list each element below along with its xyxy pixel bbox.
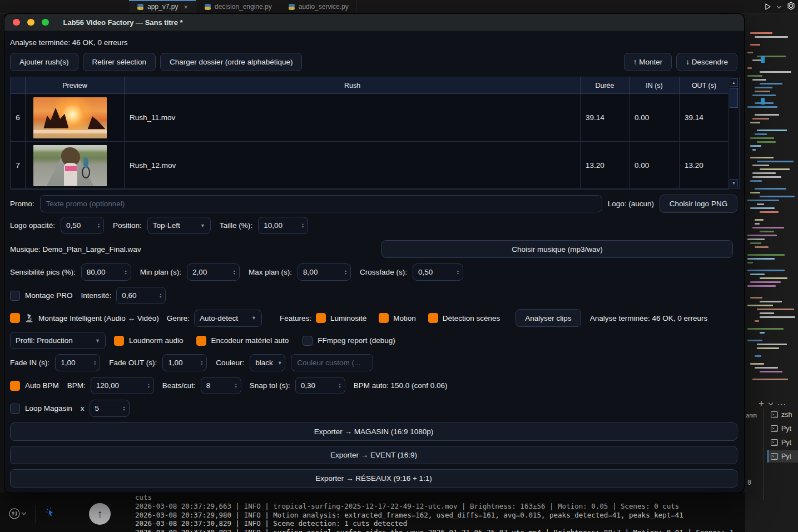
move-up-button[interactable]: ↑ Monter (624, 53, 672, 71)
more-actions-icon[interactable]: ··· (777, 400, 786, 408)
terminal-item-python-3[interactable]: >_ Pyt (767, 450, 798, 463)
brightness-checkbox[interactable] (316, 313, 326, 323)
new-terminal-icon[interactable]: + (759, 398, 764, 409)
choose-logo-button[interactable]: Choisir logo PNG (660, 195, 737, 213)
smart-montage-checkbox[interactable] (10, 313, 20, 323)
ai-cursor-icon[interactable] (44, 506, 57, 521)
montage-pro-checkbox[interactable] (10, 291, 20, 301)
move-down-button[interactable]: ↓ Descendre (676, 53, 737, 71)
run-button[interactable] (764, 3, 772, 11)
export-magasin-button[interactable]: Exporter → MAGASIN (16:9 1080p) (10, 422, 737, 441)
smart-montage-label: Montage Intelligent (Audio ↔ Vidéo) (38, 314, 159, 322)
row-number: 7 (11, 142, 26, 190)
crossfade-spinner[interactable]: 0,50▴▾ (413, 263, 463, 281)
loop-times-label: x (81, 404, 85, 412)
terminal-item-python-2[interactable]: >_ Pyt (767, 436, 798, 449)
python-icon (137, 3, 144, 11)
size-spinner[interactable]: 10,00▴▾ (258, 217, 308, 234)
max-shot-spinner[interactable]: 8,00▴▾ (298, 263, 351, 281)
close-icon[interactable]: × (184, 3, 188, 11)
terminal-icon: >_ (771, 439, 778, 446)
genre-label: Genre: (167, 314, 190, 322)
export-event-button[interactable]: Exporter → EVENT (16:9) (10, 446, 737, 464)
crossfade-label: Crossfade (s): (360, 268, 407, 276)
terminal-line-fragment: 0 (747, 479, 751, 486)
tab-app-v7[interactable]: app_v7.py × (129, 0, 196, 13)
ffmpeg-report-checkbox[interactable] (303, 336, 313, 346)
min-shot-spinner[interactable]: 2,00▴▾ (187, 263, 240, 281)
rush-table: Preview Rush Durée IN (s) OUT (s) 6 Rush… (10, 77, 740, 189)
openai-icon[interactable] (786, 1, 796, 13)
loop-magasin-checkbox[interactable] (10, 404, 20, 414)
choose-music-button[interactable]: Choisir musique (mp3/wav) (381, 240, 733, 258)
terminal-icon: >_ (771, 425, 778, 432)
peak-sensitivity-spinner[interactable]: 80,00▴▾ (81, 263, 131, 281)
music-label: Musique: Demo_Plan_Large_Final.wav (10, 245, 141, 253)
close-window-button[interactable] (13, 19, 20, 26)
table-scrollbar[interactable]: ▲ ▼ (728, 77, 739, 188)
load-folder-button[interactable]: Charger dossier (ordre alphabétique) (160, 53, 302, 71)
vscode-tab-bar: app_v7.py × decision_engine.py audio_ser… (0, 0, 798, 14)
screen: app_v7.py × decision_engine.py audio_ser… (0, 0, 798, 532)
bpm-label: BPM: (67, 381, 86, 390)
snap-tolerance-label: Snap tol (s): (250, 381, 290, 390)
in-cell: 0.00 (630, 94, 680, 142)
assistant-brain-icon[interactable] (8, 507, 21, 523)
logo-status: Logo: (aucun) (608, 200, 654, 208)
motion-checkbox[interactable] (379, 313, 389, 323)
bpm-spinner[interactable]: 120,00▴▾ (91, 377, 154, 394)
scroll-to-top-button[interactable]: ↑ (89, 503, 111, 525)
scroll-up-arrow-icon[interactable]: ▲ (730, 78, 738, 87)
fade-in-spinner[interactable]: 1,00▴▾ (55, 354, 100, 371)
beats-per-cut-spinner[interactable]: 8▴▾ (201, 377, 241, 394)
table-row[interactable]: 6 Rush_11.mov 39.14 0.00 39.14 (11, 94, 729, 142)
position-combobox[interactable]: Top-Left▼ (147, 217, 211, 234)
logo-opacity-label: Logo opacité: (10, 221, 55, 230)
tab-decision-engine[interactable]: decision_engine.py (196, 0, 280, 13)
add-rush-button[interactable]: Ajouter rush(s) (10, 53, 78, 71)
fade-out-spinner[interactable]: 1,00▴▾ (162, 354, 207, 371)
loudnorm-checkbox[interactable] (114, 336, 124, 346)
genre-combobox[interactable]: Auto-détect▼ (194, 310, 262, 327)
terminal-item-zsh[interactable]: >_ zsh (767, 409, 798, 421)
montage-pro-label: Montage PRO (25, 291, 73, 300)
remove-selection-button[interactable]: Retirer sélection (83, 53, 156, 71)
analyse-clips-button[interactable]: Analyser clips (516, 309, 581, 327)
code-editor-strip (747, 32, 796, 394)
editor-tabs: app_v7.py × decision_engine.py audio_ser… (129, 0, 357, 13)
scroll-mark (761, 98, 765, 105)
intensity-spinner[interactable]: 0,60▴▾ (116, 287, 166, 304)
hw-encoder-label: Encodeur matériel auto (211, 336, 289, 345)
profile-combobox[interactable]: Profil: Production▼ (10, 332, 106, 349)
zoom-window-button[interactable] (42, 19, 49, 26)
logo-opacity-spinner[interactable]: 0,50▴▾ (61, 217, 104, 234)
run-dropdown-chevron-icon[interactable] (777, 3, 781, 8)
vscode-right-strip: + ··· amm >_ zsh >_ Pyt >_ Pyt >_ Pyt (745, 14, 798, 532)
max-shot-label: Max plan (s): (249, 268, 292, 276)
position-label: Position: (113, 221, 142, 230)
auto-bpm-checkbox[interactable] (10, 381, 20, 391)
snap-tolerance-spinner[interactable]: 0,30▴▾ (295, 377, 345, 394)
overlay-chevron-icon[interactable] (22, 510, 26, 515)
window-titlebar[interactable]: Lab56 Video Factory — Sans titre * (4, 14, 744, 31)
promo-input[interactable] (40, 195, 602, 212)
fade-in-label: Fade IN (s): (10, 359, 49, 367)
scene-detect-label: Détection scènes (443, 314, 500, 322)
loop-count-spinner[interactable]: 5▴▾ (90, 400, 130, 417)
analysis-status-inline: Analyse terminée: 46 OK, 0 erreurs (590, 314, 708, 322)
tab-audio-service[interactable]: audio_service.py (280, 0, 357, 13)
thumbnail-beach (33, 145, 107, 186)
scroll-down-arrow-icon[interactable]: ▼ (730, 179, 738, 187)
minimize-window-button[interactable] (27, 19, 34, 26)
scrollbar-thumb[interactable] (730, 88, 738, 108)
table-row[interactable]: 7 Rush_12.mov 13.20 0.00 13.20 (11, 142, 729, 190)
hw-encoder-checkbox[interactable] (196, 336, 206, 346)
terminal-item-python-1[interactable]: >_ Pyt (767, 422, 798, 435)
custom-color-input[interactable] (291, 354, 373, 371)
scene-detect-checkbox[interactable] (428, 313, 438, 323)
export-reseaux-button[interactable]: Exporter → RÉSEAUX (9:16 + 1:1) (10, 469, 737, 488)
terminal-dropdown-chevron-icon[interactable] (769, 400, 773, 405)
peak-sensitivity-label: Sensibilité pics (%): (10, 268, 76, 276)
fade-color-combobox[interactable]: black▼ (250, 354, 285, 371)
auto-bpm-label: Auto BPM (25, 381, 59, 390)
